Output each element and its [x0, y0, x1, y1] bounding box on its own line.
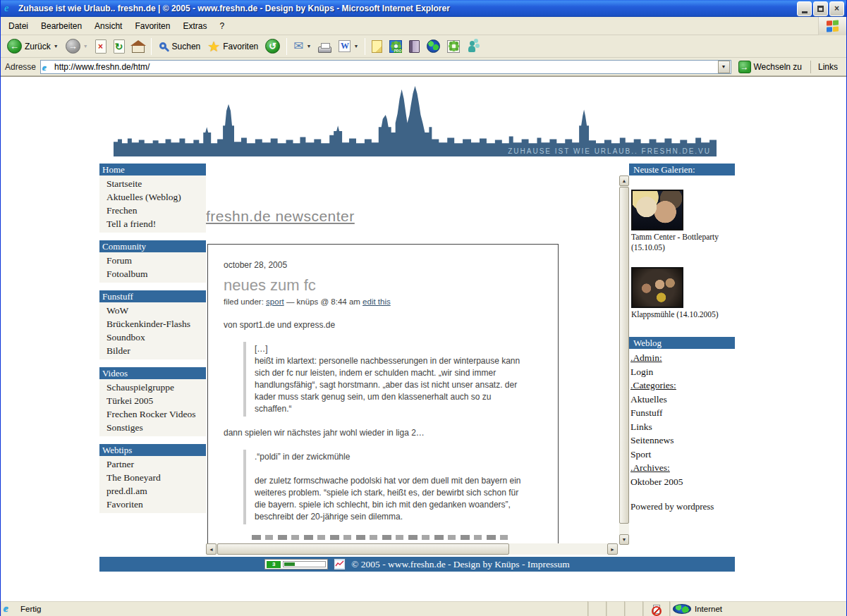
nav-section-title: Webtips [99, 444, 206, 456]
mail-button[interactable]: ✉ ▼ [290, 39, 315, 54]
nav-section-title: Community [99, 240, 206, 252]
pro-badge: PRO [394, 49, 403, 53]
sidebar-item-forum[interactable]: Forum [99, 254, 206, 267]
menu-extras[interactable]: Extras [176, 18, 213, 34]
sidebar-item-schauspielgruppe[interactable]: Schauspielgruppe [99, 381, 206, 394]
sidebar-item-frechen[interactable]: Frechen [99, 204, 206, 217]
weblog-section: Weblog .Admin: Login .Categories: Aktuel… [629, 337, 735, 512]
world-button[interactable] [423, 38, 444, 54]
sidebar-item-startseite[interactable]: Startseite [99, 177, 206, 190]
messenger-people-icon [468, 46, 475, 52]
research-button[interactable] [406, 39, 423, 54]
forward-icon: → [66, 39, 80, 54]
category-link[interactable]: sport [266, 297, 284, 306]
gallery-thumbnail-image[interactable] [633, 269, 682, 307]
restore-icon [817, 6, 824, 12]
menu-favoriten[interactable]: Favoriten [128, 18, 176, 34]
gallery-caption[interactable]: Klappsmühle (14.10.2005) [631, 309, 730, 320]
vertical-scroll-thumb[interactable] [619, 187, 629, 524]
sidebar-item-aktuelles-weblog[interactable]: Aktuelles (Weblog) [99, 190, 206, 204]
notes-button[interactable] [368, 39, 386, 54]
meta-prefix: filed under: [224, 297, 264, 306]
status-pane-privacy[interactable] [643, 601, 670, 616]
back-button[interactable]: ← Zurück ▼ [4, 37, 62, 55]
weblog-link-aktuelles[interactable]: Aktuelles [630, 393, 735, 407]
weblog-link-links[interactable]: Links [630, 420, 735, 434]
weblog-link-categories[interactable]: .Categories: [630, 378, 735, 393]
home-icon [132, 45, 145, 53]
menu-hilfe[interactable]: ? [213, 18, 231, 34]
menu-bearbeiten[interactable]: Bearbeiten [35, 18, 88, 34]
menu-ansicht[interactable]: Ansicht [88, 18, 128, 34]
menu-datei[interactable]: Datei [2, 18, 35, 34]
edit-this-link[interactable]: edit this [362, 297, 391, 306]
sidebar-item-fotoalbum[interactable]: Fotoalbum [99, 267, 206, 281]
mail-dropdown-icon[interactable]: ▼ [306, 44, 311, 49]
weblog-link-login[interactable]: Login [630, 365, 735, 379]
stats-chart-icon[interactable] [334, 558, 346, 570]
address-url[interactable]: http://www.freshn.de/htm/ [54, 62, 717, 72]
weblog-link-oktober-2005[interactable]: Oktober 2005 [630, 475, 735, 489]
gallery-caption[interactable]: Tamm Center - Bottleparty (15.10.05) [631, 232, 730, 253]
scroll-down-icon[interactable]: ▼ [619, 534, 629, 545]
word-dropdown-icon[interactable]: ▼ [353, 44, 358, 49]
weblog-link-sport[interactable]: Sport [630, 448, 735, 462]
gallery-thumbnail-image[interactable] [633, 191, 682, 229]
visitor-counter-badge[interactable]: 3 [264, 559, 328, 569]
post-meta: filed under: sport — knüps @ 8:44 am edi… [224, 297, 542, 306]
sidebar-item-tuerkei-2005[interactable]: Türkei 2005 [99, 394, 206, 407]
sidebar-item-favoriten[interactable]: Favoriten [99, 498, 206, 511]
windows-flag-icon [827, 20, 839, 32]
toolbar-separator [365, 38, 365, 55]
address-label: Adresse [5, 62, 36, 72]
gallery-link[interactable] [631, 190, 683, 230]
post-paragraph: von sport1.de und express.de [224, 319, 542, 331]
sidebar-item-the-boneyard[interactable]: The Boneyard [99, 471, 206, 484]
scroll-right-icon[interactable]: ► [607, 543, 618, 555]
quote-line: […] [255, 343, 523, 355]
sidebar-item-wow[interactable]: WoW [99, 304, 206, 317]
home-button[interactable] [128, 39, 148, 54]
sidebar-item-soundbox[interactable]: Soundbox [99, 331, 206, 344]
sidebar-item-partner[interactable]: Partner [99, 457, 206, 471]
weblog-link-admin[interactable]: .Admin: [630, 351, 735, 365]
frame-horizontal-scrollbar[interactable]: ◄ ► [206, 543, 618, 555]
footer-text: © 2005 - www.freshn.de - Design by Knüps… [351, 559, 570, 570]
newscenter-frame: freshn.de newscenter october 28, 2005 ne… [206, 175, 629, 555]
impressum-link[interactable]: Impressum [528, 559, 570, 569]
horizontal-scroll-thumb[interactable] [217, 543, 509, 555]
sidebar-item-pred-dl-am[interactable]: pred.dl.am [99, 484, 206, 498]
icq-button[interactable] [444, 39, 463, 54]
minimize-button[interactable] [797, 1, 812, 16]
post-title[interactable]: neues zum fc [224, 276, 542, 295]
links-toolbar-label[interactable]: Links [810, 61, 845, 73]
address-dropdown-button[interactable]: ▼ [718, 61, 730, 73]
icq-pro-button[interactable]: PRO [386, 39, 406, 54]
search-button[interactable]: Suchen [154, 39, 205, 54]
favorites-button[interactable]: ★ Favoriten [204, 38, 262, 55]
weblog-link-funstuff[interactable]: Funstuff [630, 406, 735, 420]
history-button[interactable]: ↺ [262, 37, 284, 55]
stop-button[interactable]: × [92, 38, 110, 55]
go-button[interactable]: → Wechseln zu [734, 60, 806, 74]
edit-with-word-button[interactable]: W ▼ [335, 39, 362, 54]
sidebar-item-bilder[interactable]: Bilder [99, 344, 206, 357]
gallery-link[interactable] [631, 267, 683, 308]
refresh-button[interactable]: ↻ [110, 38, 128, 55]
scroll-left-icon[interactable]: ◄ [206, 543, 217, 555]
scroll-up-icon[interactable]: ▲ [619, 175, 629, 186]
sidebar-item-tell-a-friend[interactable]: Tell a friend! [99, 217, 206, 230]
restore-button[interactable] [813, 1, 828, 16]
messenger-button[interactable] [463, 39, 485, 54]
sidebar-item-frechen-rocker-videos[interactable]: Frechen Rocker Videos [99, 407, 206, 421]
close-button[interactable]: × [829, 1, 844, 16]
weblog-link-seitennews[interactable]: Seitennews [630, 433, 735, 448]
sidebar-item-sonstiges[interactable]: Sonstiges [99, 421, 206, 434]
address-input[interactable]: e http://www.freshn.de/htm/ ▼ [40, 60, 731, 74]
forward-button[interactable]: → ▼ [62, 37, 92, 55]
sidebar-item-brueckenkinder-flashs[interactable]: Brückenkinder-Flashs [99, 317, 206, 331]
frame-vertical-scrollbar[interactable]: ▲ ▼ [619, 175, 629, 545]
back-dropdown-icon[interactable]: ▼ [54, 44, 59, 49]
weblog-link-archives[interactable]: .Archives: [630, 461, 735, 475]
print-button[interactable] [315, 39, 335, 54]
